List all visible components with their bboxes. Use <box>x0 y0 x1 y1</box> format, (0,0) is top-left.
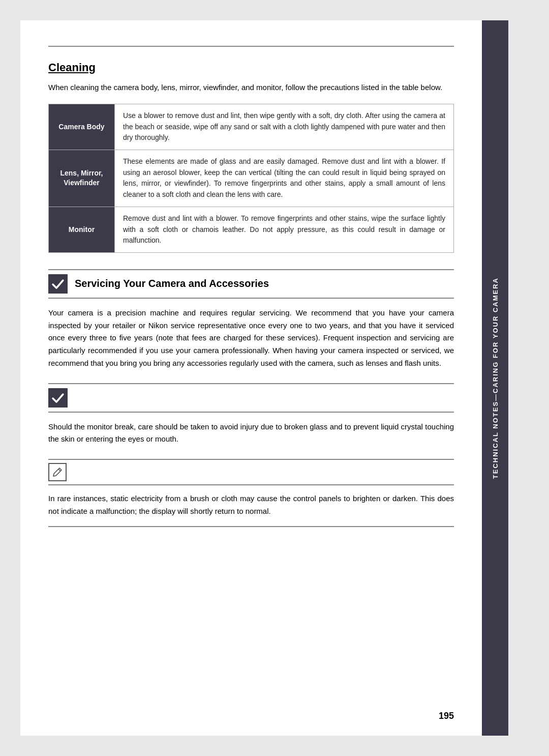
cleaning-heading: Cleaning <box>48 61 96 74</box>
page-number: 195 <box>439 711 454 721</box>
servicing-section: Servicing Your Camera and Accessories Yo… <box>48 269 454 370</box>
pencil-icon <box>52 467 63 478</box>
main-content: Cleaning When cleaning the camera body, … <box>20 20 482 736</box>
monitor-label: Monitor <box>49 207 115 252</box>
servicing-body: Your camera is a precision machine and r… <box>48 307 454 370</box>
sidebar-label: TECHNICAL NOTES—CARING FOR YOUR CAMERA <box>492 277 499 479</box>
warning-icon-box <box>48 388 68 408</box>
lens-mirror-label: Lens, Mirror, Viewfinder <box>49 150 115 207</box>
top-rule <box>48 46 454 47</box>
warning-header <box>48 383 454 413</box>
servicing-heading: Servicing Your Camera and Accessories <box>75 278 269 289</box>
checkmark-icon <box>51 277 65 290</box>
table-row: Camera Body Use a blower to remove dust … <box>49 104 454 150</box>
monitor-desc: Remove dust and lint with a blower. To r… <box>115 207 454 252</box>
servicing-icon-box <box>48 274 68 294</box>
warning-body: Should the monitor break, care should be… <box>48 421 454 446</box>
cleaning-table: Camera Body Use a blower to remove dust … <box>48 104 454 253</box>
warning-checkmark-icon <box>51 391 65 404</box>
table-row: Monitor Remove dust and lint with a blow… <box>49 207 454 252</box>
table-row: Lens, Mirror, Viewfinder These elements … <box>49 150 454 207</box>
cleaning-section: Cleaning When cleaning the camera body, … <box>48 61 454 253</box>
note-icon-box <box>48 463 67 481</box>
camera-body-label: Camera Body <box>49 104 115 150</box>
servicing-header: Servicing Your Camera and Accessories <box>48 269 454 299</box>
note-header <box>48 459 454 485</box>
camera-body-desc: Use a blower to remove dust and lint, th… <box>115 104 454 150</box>
lens-mirror-desc: These elements are made of glass and are… <box>115 150 454 207</box>
note-body: In rare instances, static electricity fr… <box>48 492 454 518</box>
sidebar: TECHNICAL NOTES—CARING FOR YOUR CAMERA <box>482 20 508 736</box>
bottom-rule <box>48 526 454 527</box>
note-section: In rare instances, static electricity fr… <box>48 459 454 527</box>
warning-section: Should the monitor break, care should be… <box>48 383 454 446</box>
cleaning-intro: When cleaning the camera body, lens, mir… <box>48 81 454 94</box>
